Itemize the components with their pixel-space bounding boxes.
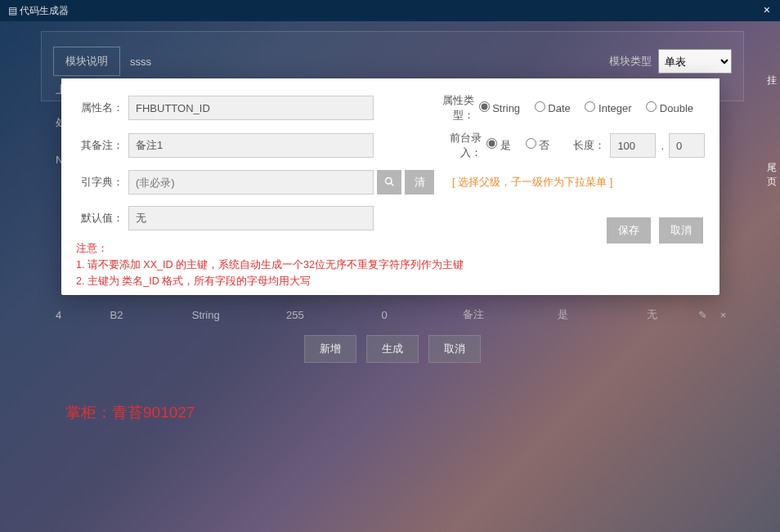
dialog-cancel-button[interactable]: 取消 (659, 217, 703, 244)
frontend-yes[interactable]: 是 (486, 139, 511, 151)
attr-type-radios: String Date Integer Double (479, 101, 706, 114)
row-index: 4 (56, 309, 72, 321)
dict-hint: [ 选择父级，子一级作为下拉菜单 ] (452, 175, 612, 190)
remark-input[interactable] (128, 133, 374, 158)
save-button[interactable]: 保存 (607, 217, 651, 244)
svg-line-1 (391, 183, 393, 186)
dict-label: 引字典： (76, 175, 123, 190)
module-type-label: 模块类型 (609, 54, 652, 69)
attribute-dialog: 属性名： 属性类型： String Date Integer Double 其备… (61, 78, 719, 295)
close-icon[interactable]: × (764, 3, 770, 16)
generate-button[interactable]: 生成 (366, 335, 419, 363)
delete-icon[interactable]: × (717, 309, 729, 321)
panel-action-bar: 新增 生成 取消 (41, 335, 744, 363)
clear-button[interactable]: 清 (405, 170, 434, 194)
note-line-1: 1. 请不要添加 XX_ID 的主键，系统自动生成一个32位无序不重复字符序列作… (76, 257, 705, 273)
cancel-button[interactable]: 取消 (428, 335, 481, 363)
attr-name-label: 属性名： (76, 101, 123, 115)
decimal-dot: . (661, 140, 664, 152)
warning-note: 注意： 1. 请不要添加 XX_ID 的主键，系统自动生成一个32位无序不重复字… (76, 240, 705, 289)
side-label-2[interactable]: 尾页 (764, 161, 780, 189)
module-type-select[interactable]: 单表 (658, 49, 732, 74)
module-desc-button[interactable]: 模块说明 (53, 47, 120, 76)
type-double[interactable]: Double (646, 102, 693, 114)
type-string[interactable]: String (479, 102, 521, 114)
type-date[interactable]: Date (535, 102, 571, 114)
frontend-radios: 是 否 (486, 138, 573, 153)
add-button[interactable]: 新增 (304, 335, 356, 363)
attr-type-label: 属性类型： (422, 93, 474, 123)
svg-point-0 (386, 177, 392, 184)
frontend-label: 前台录入： (429, 131, 482, 160)
footer-signature: 掌柜：青苔901027 (65, 402, 195, 423)
window-title: 代码生成器 (20, 4, 69, 18)
note-line-2: 2. 主键为 类名_ID 格式，所有字段的字母均用大写 (76, 273, 705, 289)
type-integer[interactable]: Integer (585, 102, 631, 114)
default-input[interactable] (128, 206, 374, 230)
search-icon[interactable] (377, 170, 401, 194)
frontend-no[interactable]: 否 (526, 139, 550, 151)
dict-input[interactable] (128, 170, 374, 194)
decimal-input[interactable] (669, 133, 705, 158)
edit-icon[interactable]: ✎ (697, 309, 709, 321)
side-label-1[interactable]: 挂 (764, 74, 780, 87)
app-icon: ▤ (8, 5, 20, 16)
window-titlebar: ▤ 代码生成器 × (0, 0, 780, 21)
right-edge-nav: 挂 尾页 (764, 74, 780, 262)
table-row: 4 B2 String 255 0 备注 是 无 ✎ × (41, 302, 744, 327)
attr-name-input[interactable] (128, 96, 374, 120)
length-input[interactable] (610, 133, 656, 158)
default-label: 默认值： (76, 211, 123, 226)
remark-label: 其备注： (76, 138, 123, 153)
module-desc-input[interactable] (130, 56, 609, 68)
length-label: 长度： (573, 138, 605, 153)
